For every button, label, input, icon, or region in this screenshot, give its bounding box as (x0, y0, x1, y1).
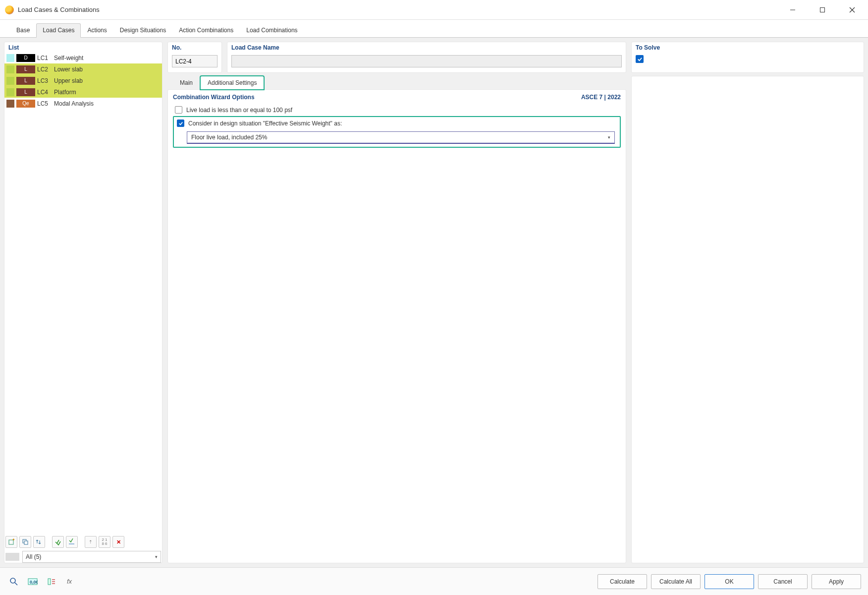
name-label: Load Case Name (231, 44, 622, 51)
list-header: List (4, 42, 162, 52)
copy-button[interactable] (19, 536, 31, 548)
bottom-bar: 0,00 fx Calculate Calculate All OK Cance… (0, 567, 868, 595)
tab-actions[interactable]: Actions (81, 23, 113, 38)
lc-code: LC2 (37, 66, 52, 73)
no-input[interactable] (172, 55, 217, 67)
list-item[interactable]: LLC3Upper slab (4, 75, 162, 86)
lc-code: LC3 (37, 77, 52, 84)
title-bar: Load Cases & Combinations (0, 0, 868, 20)
sort-button[interactable] (33, 536, 45, 548)
no-label: No. (172, 44, 217, 51)
uncheck-all-button[interactable] (66, 536, 78, 548)
app-icon (5, 5, 14, 14)
cancel-button[interactable]: Cancel (758, 574, 808, 589)
wizard-options-title: Combination Wizard Options (173, 94, 255, 101)
svg-text:0,00: 0,00 (30, 580, 38, 585)
lc-name: Self-weight (54, 55, 83, 61)
opt-live-row[interactable]: Live load is less than or equal to 100 p… (173, 105, 621, 115)
action-type-badge: L (16, 88, 35, 96)
svg-text:✦: ✦ (12, 538, 15, 542)
solve-label: To Solve (636, 44, 860, 51)
sub-tabstrip: Main Additional Settings (167, 76, 626, 90)
maximize-button[interactable] (808, 0, 837, 20)
chevron-down-icon: ▾ (155, 554, 158, 559)
svg-rect-13 (48, 579, 51, 585)
seismic-dropdown-value: Floor live load, included 25% (191, 134, 267, 141)
units-icon[interactable]: 0,00 (26, 575, 40, 589)
window-title: Load Cases & Combinations (18, 6, 778, 13)
category-swatch (6, 54, 14, 62)
filter-combo[interactable]: All (5) ▾ (22, 551, 161, 563)
close-button[interactable] (837, 0, 867, 20)
seismic-dropdown[interactable]: Floor live load, included 25% ▾ (187, 131, 615, 144)
settings-icon[interactable] (45, 575, 58, 589)
load-case-list-panel: List DLC1Self-weightLLC2Lower slabLLC3Up… (4, 42, 163, 563)
opt-live-checkbox[interactable] (175, 106, 182, 114)
list-item[interactable]: QeLC5Modal Analysis (4, 98, 162, 109)
category-swatch (6, 65, 14, 73)
solve-card: To Solve (631, 42, 864, 73)
filter-label: All (5) (26, 553, 41, 560)
no-card: No. (167, 42, 222, 73)
name-input[interactable] (231, 55, 622, 67)
apply-button[interactable]: Apply (812, 574, 861, 589)
filter-swatch (5, 553, 19, 561)
lc-code: LC1 (37, 55, 52, 61)
additional-settings-pane: Combination Wizard Options ASCE 7 | 2022… (167, 89, 626, 563)
name-card: Load Case Name (227, 42, 626, 73)
opt-seismic-row[interactable]: Consider in design situation "Effective … (175, 118, 619, 128)
main-tabstrip: Base Load Cases Actions Design Situation… (0, 20, 868, 38)
action-type-badge: D (16, 54, 35, 62)
seismic-highlight-box: Consider in design situation "Effective … (173, 116, 621, 148)
category-swatch (6, 100, 14, 108)
delete-button[interactable]: ✕ (112, 536, 124, 548)
tab-action-combinations[interactable]: Action Combinations (172, 23, 240, 38)
lc-name: Lower slab (54, 66, 83, 73)
search-icon[interactable] (7, 575, 21, 589)
lc-name: Modal Analysis (54, 100, 94, 107)
opt-seismic-checkbox[interactable] (177, 119, 184, 127)
minimize-button[interactable] (778, 0, 808, 20)
category-swatch (6, 88, 14, 96)
svg-point-9 (10, 578, 15, 583)
solve-checkbox[interactable] (636, 55, 644, 63)
shift-up-button[interactable]: ⇡ (85, 536, 97, 548)
list-toolbar: ✦ ⇡ 2 18 6 ✕ (4, 534, 162, 550)
lc-code: LC5 (37, 100, 52, 107)
formula-icon[interactable]: fx (63, 575, 77, 589)
tab-load-cases[interactable]: Load Cases (36, 23, 81, 38)
load-case-list[interactable]: DLC1Self-weightLLC2Lower slabLLC3Upper s… (4, 52, 162, 534)
ok-button[interactable]: OK (705, 574, 754, 589)
opt-live-label: Live load is less than or equal to 100 p… (186, 107, 292, 114)
lc-name: Platform (54, 89, 76, 96)
calculate-button[interactable]: Calculate (597, 574, 647, 589)
lc-name: Upper slab (54, 77, 83, 84)
chevron-down-icon: ▾ (608, 135, 610, 140)
subtab-additional-settings[interactable]: Additional Settings (200, 76, 264, 90)
tab-load-combinations[interactable]: Load Combinations (240, 23, 304, 38)
category-swatch (6, 77, 14, 85)
svg-rect-7 (24, 541, 28, 544)
action-type-badge: L (16, 65, 35, 73)
tab-base[interactable]: Base (10, 23, 36, 38)
lc-code: LC4 (37, 89, 52, 96)
new-button[interactable]: ✦ (5, 536, 17, 548)
svg-rect-1 (820, 7, 825, 12)
action-type-badge: L (16, 77, 35, 85)
opt-seismic-label: Consider in design situation "Effective … (188, 120, 342, 127)
list-item[interactable]: LLC2Lower slab (4, 63, 162, 75)
svg-line-10 (15, 583, 17, 585)
renumber-button[interactable]: 2 18 6 (99, 536, 110, 548)
right-blank-panel (631, 76, 864, 563)
action-type-badge: Qe (16, 100, 35, 108)
list-item[interactable]: LLC4Platform (4, 86, 162, 98)
list-item[interactable]: DLC1Self-weight (4, 52, 162, 63)
subtab-main[interactable]: Main (172, 76, 200, 90)
check-all-button[interactable] (52, 536, 64, 548)
wizard-spec-label: ASCE 7 | 2022 (581, 94, 621, 101)
svg-text:fx: fx (67, 578, 72, 585)
tab-design-situations[interactable]: Design Situations (113, 23, 172, 38)
calculate-all-button[interactable]: Calculate All (651, 574, 701, 589)
